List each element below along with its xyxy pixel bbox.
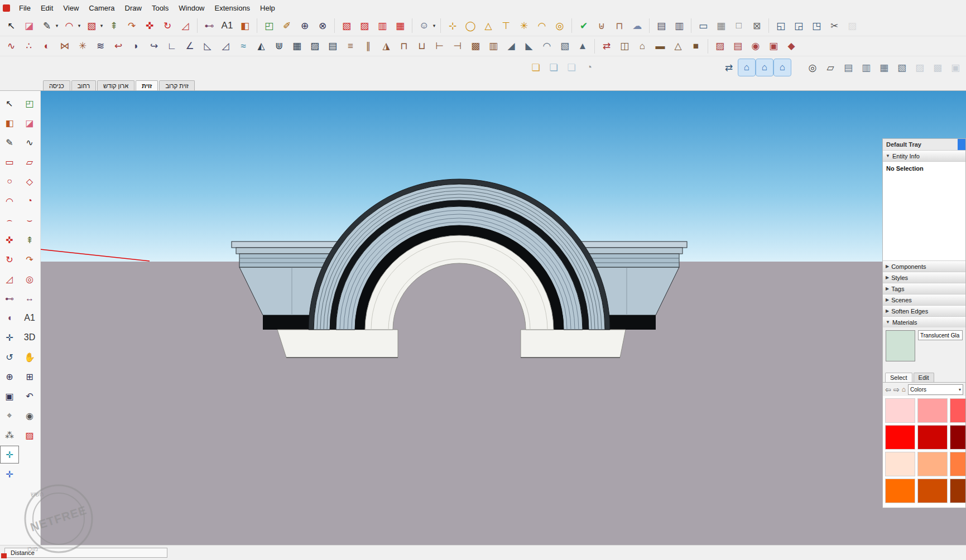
menu-item[interactable]: Extensions (210, 1, 256, 15)
color-swatch[interactable] (950, 425, 966, 450)
swap-frames-icon[interactable]: ▱ (822, 59, 839, 76)
shingle-tool-icon[interactable]: ▤ (729, 38, 746, 55)
arc-tool-icon[interactable]: ◠ (61, 17, 78, 34)
donut-tool-icon[interactable]: ◎ (551, 17, 568, 34)
backedge-cube-icon[interactable]: ❏ (545, 59, 562, 76)
shape-dropdown-caret-icon[interactable]: ▾ (99, 17, 104, 34)
eraser-tool-icon[interactable]: ◪ (21, 114, 39, 131)
forward-arrow-icon[interactable]: ⇨ (893, 385, 900, 394)
contour-tool-icon[interactable]: ◠ (539, 38, 555, 55)
make-component-icon[interactable]: ◰ (261, 17, 277, 34)
collapsed-section-header[interactable]: ▶ Scenes (883, 294, 965, 305)
roof-tool-icon[interactable]: △ (670, 38, 686, 55)
loop-view-icon[interactable]: ◎ (804, 59, 821, 76)
color-swatch[interactable] (917, 452, 948, 476)
tee-guide-icon[interactable]: ⊤ (498, 17, 515, 34)
view-box-7-icon[interactable]: ▣ (947, 59, 964, 76)
menu-item[interactable]: Camera (84, 1, 119, 15)
view-box-2-icon[interactable]: ▥ (858, 59, 874, 76)
freehand-tool-icon[interactable]: ∿ (21, 134, 39, 151)
section-cuts-icon[interactable]: ▥ (374, 17, 391, 34)
viewport-3d[interactable] (40, 91, 966, 545)
line-tool-icon[interactable]: ✎ (39, 17, 55, 34)
previous-view-icon[interactable]: ↶ (21, 388, 39, 404)
section-plane-icon[interactable]: ▨ (21, 427, 39, 443)
color-swatch[interactable] (950, 398, 966, 423)
disabled-tool-icon[interactable]: ▨ (844, 17, 861, 34)
tape-measure-tool-icon[interactable]: ⊷ (201, 17, 218, 34)
arc-tool-icon[interactable]: ◠ (1, 192, 18, 209)
color-swatch[interactable] (885, 398, 915, 423)
scale-tool-icon[interactable]: ◿ (177, 17, 194, 34)
offset-tool-icon[interactable]: ◎ (21, 271, 39, 287)
weave-tool-icon[interactable]: ▥ (485, 38, 502, 55)
pan-tool-icon[interactable]: ✋ (21, 349, 39, 365)
split-tool-icon[interactable]: ⋈ (56, 38, 73, 55)
polygon-tool-icon[interactable]: ◇ (21, 173, 39, 190)
outer-shell-icon[interactable]: ✔ (575, 17, 592, 34)
rotate-tool-icon[interactable]: ↻ (159, 17, 176, 34)
cloud-tool-icon[interactable]: ≋ (92, 38, 109, 55)
push-pull-tool-icon[interactable]: ⇞ (105, 17, 122, 34)
color-swatch[interactable] (950, 452, 966, 476)
arc-wedge-icon[interactable]: ◔ (581, 59, 598, 76)
fence-tool-icon[interactable]: ∥ (360, 38, 377, 55)
view-box-6-icon[interactable]: ▩ (929, 59, 946, 76)
text-tool-icon[interactable]: A1 (21, 310, 39, 326)
dome-tool-icon[interactable]: ◠ (534, 17, 550, 34)
point-array-icon[interactable]: ∴ (21, 38, 37, 55)
arc-dropdown-caret-icon[interactable]: ▾ (76, 17, 82, 34)
material-name-field[interactable] (918, 330, 963, 340)
materials-collection-dropdown[interactable]: Colors ▾ (908, 384, 963, 395)
text-tool-icon[interactable]: A1 (219, 17, 236, 34)
texture-tool-icon[interactable]: ◉ (747, 38, 764, 55)
column-tool-icon[interactable]: ⊔ (414, 38, 430, 55)
paint-bucket-tool-icon[interactable]: ◧ (1, 114, 18, 131)
scene-tab[interactable]: ארון קודש (97, 80, 134, 90)
menu-item[interactable]: Tools (147, 1, 174, 15)
shape-tool-icon[interactable]: ▧ (83, 17, 100, 34)
menu-item[interactable]: Edit (36, 1, 58, 15)
color-swatch[interactable] (917, 479, 948, 503)
orbit-home-icon[interactable]: ⌂ (756, 59, 773, 76)
color-swatch[interactable] (917, 425, 948, 450)
circle-guide-icon[interactable]: ◯ (462, 17, 479, 34)
dimension-tool-icon[interactable]: ↔ (21, 290, 39, 307)
color-swatch[interactable] (917, 398, 948, 423)
section-fill-icon[interactable]: ▦ (392, 17, 408, 34)
stairs-tool-icon[interactable]: ≡ (342, 38, 359, 55)
position-camera-icon[interactable]: ⌖ (1, 407, 18, 424)
panel-tool-icon[interactable]: ▤ (324, 38, 341, 55)
netfree-plugin-icon[interactable]: ✛ (1, 446, 18, 463)
material-lib-icon[interactable]: ▣ (765, 38, 782, 55)
corner-tool-icon[interactable]: ∟ (164, 38, 180, 55)
look-around-icon[interactable]: ◉ (21, 407, 39, 424)
rotated-rectangle-tool-icon[interactable]: ▱ (21, 153, 39, 170)
truss-tool-icon[interactable]: ◮ (378, 38, 395, 55)
bend-tool-icon[interactable]: ↪ (146, 38, 162, 55)
materials-tab[interactable]: Edit (914, 373, 934, 382)
axes-tool-icon[interactable]: ✛ (1, 329, 18, 346)
back-arrow-icon[interactable]: ⇦ (885, 385, 891, 394)
color-swatch[interactable] (950, 479, 966, 503)
slope-tool-icon[interactable]: ◢ (503, 38, 520, 55)
roof-tiles-icon[interactable]: ▨ (712, 38, 728, 55)
menu-item[interactable]: Help (255, 1, 280, 15)
view-box-1-icon[interactable]: ▤ (840, 59, 857, 76)
menu-item[interactable]: Draw (120, 1, 147, 15)
color-swatch[interactable] (885, 452, 915, 476)
revert-curve-icon[interactable]: ↩ (110, 38, 127, 55)
tape-measure-tool-icon[interactable]: ⊷ (1, 290, 18, 307)
make-component-icon[interactable]: ◰ (21, 95, 39, 112)
scene-tab[interactable]: רחוב (71, 80, 96, 90)
follow-me-tool-icon[interactable]: ↷ (21, 251, 39, 268)
home-tool-icon[interactable]: ⌂ (634, 38, 651, 55)
hatch-tool-icon[interactable]: ▨ (306, 38, 323, 55)
solid-trim-icon[interactable]: ☁ (629, 17, 646, 34)
scene-tab[interactable]: כניסה (43, 80, 70, 90)
cut-tool-icon[interactable]: ✂ (826, 17, 843, 34)
beam-tool-icon[interactable]: ⊓ (396, 38, 412, 55)
angle-tool-icon[interactable]: ∠ (181, 38, 198, 55)
color-swatch[interactable] (885, 479, 915, 503)
lattice-tool-icon[interactable]: ▩ (467, 38, 484, 55)
